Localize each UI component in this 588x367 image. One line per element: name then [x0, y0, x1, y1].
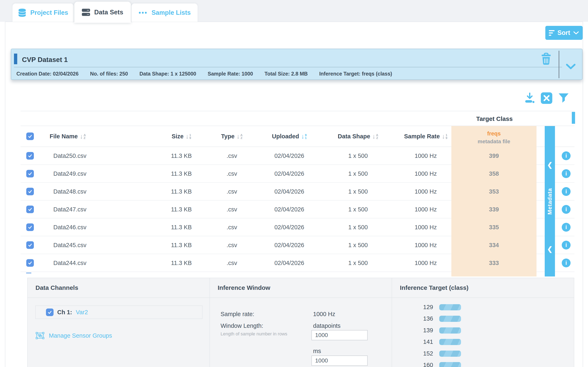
class-value: 136	[413, 315, 433, 322]
target-column-name: freqs	[451, 131, 537, 137]
data-channels-panel: Data Channels Ch 1: Var2 M	[27, 278, 210, 367]
row-checkbox[interactable]	[26, 259, 34, 267]
metadata-bar-label: Metadata	[547, 188, 553, 215]
table-scrollbar-thumb[interactable]	[572, 112, 575, 124]
sample-rate-cell: 1000 Hz	[401, 206, 450, 213]
row-checkbox[interactable]	[26, 241, 34, 249]
row-checkbox[interactable]	[26, 170, 34, 177]
manage-sensor-groups-link[interactable]: Manage Sensor Groups	[36, 332, 112, 339]
column-header-file-name[interactable]: File Name ↓AZ	[50, 133, 86, 140]
target-class-value: 399	[451, 152, 537, 159]
target-class-value: 333	[451, 260, 537, 267]
data-shape-cell: 1 x 500	[333, 188, 383, 195]
file-name-cell: Data249.csv	[53, 170, 86, 177]
close-icon	[543, 95, 550, 101]
sample-rate-cell: 1000 Hz	[401, 170, 450, 177]
select-all-checkbox[interactable]	[26, 133, 34, 140]
type-cell: .csv	[207, 188, 256, 195]
dataset-meta-row: Creation Date: 02/04/2026No. of files: 2…	[16, 69, 392, 79]
row-checkbox[interactable]	[26, 152, 34, 159]
manage-link-label: Manage Sensor Groups	[49, 332, 112, 339]
delete-dataset-icon[interactable]	[541, 53, 552, 65]
uploaded-cell: 02/04/2026	[265, 206, 314, 213]
file-name-cell: Data250.csv	[53, 152, 86, 159]
tab-data-sets[interactable]: Data Sets	[74, 2, 131, 23]
dataset-meta-item: Data Shape: 1 x 125000	[139, 71, 196, 77]
table-top-rule	[21, 111, 574, 111]
column-header-sample-rate[interactable]: Sample Rate ↓19	[401, 133, 450, 140]
bottom-panels: Data Channels Ch 1: Var2 M	[27, 278, 574, 367]
info-icon[interactable]: i	[562, 187, 571, 196]
row-checkbox[interactable]	[26, 205, 34, 213]
chevron-left-icon[interactable]: ❮	[545, 161, 555, 169]
sort-button[interactable]: Sort	[545, 26, 583, 40]
info-icon[interactable]: i	[562, 241, 571, 249]
type-cell: .csv	[207, 242, 256, 248]
channel-checkbox[interactable]	[46, 309, 54, 316]
channel-value: Var2	[76, 309, 88, 316]
size-cell: 11.3 KB	[157, 188, 206, 195]
size-cell: 11.3 KB	[157, 206, 206, 213]
file-name-cell: Data247.csv	[53, 206, 86, 213]
class-distribution-bar	[439, 304, 461, 310]
data-shape-cell: 1 x 500	[333, 259, 383, 266]
type-cell: .csv	[207, 152, 256, 159]
tab-project-files[interactable]: Project Files	[12, 3, 74, 22]
download-icon[interactable]	[524, 92, 535, 104]
dataset-meta-item: Sample Rate: 1000	[208, 71, 253, 77]
target-class-value: 334	[451, 242, 537, 249]
sort-icon: ↓19	[442, 133, 448, 140]
column-header-uploaded[interactable]: Uploaded ↓91	[265, 133, 314, 140]
tab-sample-lists[interactable]: Sample Lists	[131, 3, 198, 22]
sample-rate-cell: 1000 Hz	[401, 152, 450, 159]
data-shape-cell: 1 x 500	[333, 224, 383, 231]
class-distribution-bar	[439, 316, 461, 322]
data-shape-cell: 1 x 500	[333, 242, 383, 248]
ellipsis-icon	[138, 9, 147, 17]
target-class-value: 335	[451, 224, 537, 231]
file-name-cell: Data248.csv	[53, 188, 86, 195]
column-header-type[interactable]: Type ↓AZ	[207, 133, 256, 140]
dataset-title: CVP Dataset 1	[22, 56, 68, 64]
chevron-left-icon[interactable]: ❮	[545, 245, 555, 253]
metadata-sidebar-toggle[interactable]: ❮ Metadata ❮	[545, 126, 555, 276]
sort-icon-active: ↓91	[301, 133, 307, 140]
sort-icon: ↓19	[186, 133, 191, 140]
filter-icon[interactable]	[558, 93, 569, 103]
file-name-cell: Data246.csv	[53, 224, 86, 231]
uploaded-cell: 02/04/2026	[265, 259, 314, 266]
card-accent-bar	[14, 54, 17, 64]
datapoints-label: datapoints	[313, 322, 341, 329]
expand-collapse-chevron-icon[interactable]	[566, 63, 576, 70]
row-checkbox[interactable]	[26, 188, 34, 195]
target-class-value: 339	[451, 206, 537, 213]
panel-title: Inference Target (class)	[392, 278, 574, 298]
ms-label: ms	[313, 348, 321, 354]
column-header-data-shape[interactable]: Data Shape ↓AZ	[333, 133, 383, 140]
sample-rate-cell: 1000 Hz	[401, 242, 450, 248]
ms-input[interactable]	[311, 356, 368, 366]
uploaded-cell: 02/04/2026	[265, 152, 314, 159]
class-value: 141	[413, 338, 433, 345]
channel-row[interactable]: Ch 1: Var2	[35, 305, 203, 319]
clear-selection-button[interactable]	[541, 92, 552, 104]
info-icon[interactable]: i	[562, 223, 571, 232]
info-icon[interactable]: i	[562, 259, 571, 267]
target-class-value: 358	[451, 170, 537, 177]
uploaded-cell: 02/04/2026	[265, 170, 314, 177]
info-icon[interactable]: i	[562, 205, 571, 214]
row-checkbox[interactable]	[26, 223, 34, 231]
column-header-size[interactable]: Size ↓19	[157, 133, 206, 140]
size-cell: 11.3 KB	[157, 242, 206, 248]
files-table: File Name ↓AZ Size ↓19 Type ↓AZ Uploaded…	[21, 126, 574, 277]
datapoints-input[interactable]	[311, 330, 368, 340]
sort-icon: ↓AZ	[237, 133, 243, 140]
dataset-meta-item: No. of files: 250	[90, 71, 128, 77]
dataset-meta-item: Creation Date: 02/04/2026	[16, 71, 79, 77]
info-icon[interactable]: i	[562, 151, 571, 160]
database-icon	[18, 9, 26, 17]
partial-next-row-checkbox	[26, 273, 31, 273]
info-icon[interactable]: i	[562, 169, 571, 178]
class-value: 129	[413, 304, 433, 310]
sort-label: Sort	[557, 29, 570, 37]
